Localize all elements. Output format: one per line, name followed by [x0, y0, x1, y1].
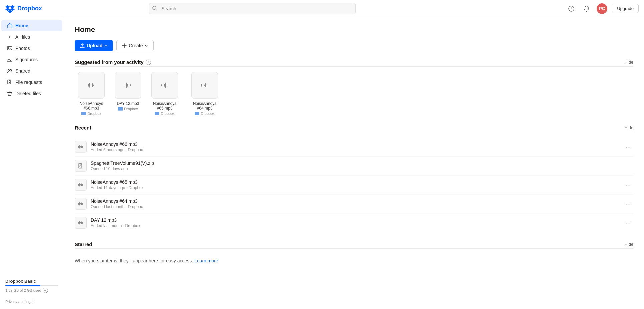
recent-hide-button[interactable]: Hide: [624, 125, 633, 130]
avatar[interactable]: PC: [597, 3, 607, 14]
starred-title: Starred: [75, 241, 92, 247]
svg-rect-20: [161, 84, 162, 86]
audio-wave-icon-1: [123, 81, 133, 90]
bell-icon[interactable]: [581, 3, 592, 14]
sidebar-item-deleted-files[interactable]: Deleted files: [1, 88, 62, 99]
svg-rect-50: [80, 222, 81, 223]
sidebar-file-requests-label: File requests: [15, 80, 42, 85]
suggested-card-1[interactable]: DAY 12.mp3 Dropbox: [115, 72, 141, 116]
recent-meta-3: Opened last month · Dropbox: [91, 204, 619, 209]
suggested-hide-button[interactable]: Hide: [624, 60, 633, 65]
search-input[interactable]: [149, 3, 356, 14]
sidebar: Home All files Photos Signatures Shared: [0, 17, 64, 309]
notifications-icon[interactable]: !: [566, 3, 577, 14]
storage-bar-bg: [5, 285, 58, 286]
suggested-loc-text-2: Dropbox: [161, 112, 175, 116]
suggested-card-2[interactable]: NoiseAnnoys #65.mp3 Dropbox: [148, 72, 181, 116]
suggested-thumb-1: [115, 72, 141, 99]
toolbar: Upload Create: [75, 40, 633, 51]
suggested-card-3[interactable]: NoiseAnnoys #64.mp3 Dropbox: [188, 72, 221, 116]
suggested-grid: NoiseAnnoys #66.mp3 Dropbox: [75, 72, 633, 116]
suggested-loc-2: Dropbox: [155, 112, 175, 116]
audio-wave-icon-0: [87, 81, 96, 90]
svg-rect-32: [80, 146, 81, 148]
sidebar-item-shared[interactable]: Shared: [1, 65, 62, 77]
privacy-link[interactable]: Privacy and legal: [0, 297, 64, 306]
svg-rect-15: [125, 84, 125, 87]
storage-used-text: 1.32 GB of 2 GB used: [5, 288, 41, 292]
svg-rect-24: [167, 84, 167, 87]
svg-rect-14: [93, 85, 94, 86]
svg-rect-49: [79, 221, 80, 224]
recent-item-4[interactable]: DAY 12.mp3 Added last month · Dropbox ··…: [75, 213, 633, 232]
svg-rect-22: [164, 84, 165, 87]
svg-rect-45: [80, 203, 81, 204]
starred-empty-message: When you star items, they'll appear here…: [75, 254, 633, 267]
recent-item-0[interactable]: NoiseAnnoys #66.mp3 Added 5 hours ago · …: [75, 138, 633, 156]
deleted-files-icon: [7, 91, 13, 97]
suggested-loc-text-3: Dropbox: [201, 112, 215, 116]
recent-icon-0: [75, 141, 87, 153]
recent-more-button-3[interactable]: ···: [623, 199, 633, 208]
svg-rect-37: [80, 165, 81, 167]
recent-name-3: NoiseAnnoys #64.mp3: [91, 198, 619, 204]
add-storage-button[interactable]: +: [43, 288, 48, 293]
upgrade-button[interactable]: Upgrade: [612, 4, 639, 13]
svg-rect-47: [82, 203, 83, 205]
app-logo[interactable]: Dropbox: [5, 4, 42, 13]
sidebar-deleted-files-label: Deleted files: [15, 91, 41, 96]
svg-rect-52: [82, 222, 83, 224]
sidebar-photos-label: Photos: [15, 46, 30, 51]
storage-bar-fill: [5, 285, 40, 286]
sidebar-item-all-files[interactable]: All files: [1, 31, 62, 43]
starred-hide-button[interactable]: Hide: [624, 242, 633, 247]
starred-learn-more-link[interactable]: Learn more: [194, 258, 218, 263]
suggested-thumb-2: [151, 72, 178, 99]
starred-section: Starred Hide When you star items, they'l…: [75, 241, 633, 267]
storage-info: 1.32 GB of 2 GB used +: [5, 288, 58, 293]
recent-item-3[interactable]: NoiseAnnoys #64.mp3 Opened last month · …: [75, 194, 633, 213]
svg-rect-33: [81, 146, 82, 148]
home-icon: [7, 23, 13, 29]
recent-name-4: DAY 12.mp3: [91, 217, 619, 223]
svg-rect-38: [78, 184, 79, 186]
audio-icon-2: [78, 182, 83, 187]
create-button[interactable]: Create: [116, 40, 154, 51]
upload-chevron-icon: [104, 44, 108, 47]
recent-icon-1: [75, 160, 87, 172]
recent-more-button-2[interactable]: ···: [623, 180, 633, 189]
recent-meta-2: Added 11 days ago · Dropbox: [91, 185, 619, 190]
svg-rect-41: [81, 183, 82, 186]
topbar: Dropbox ! PC Upgrade: [0, 0, 644, 17]
suggested-loc-text-1: Dropbox: [124, 107, 138, 111]
sidebar-bottom: Dropbox Basic 1.32 GB of 2 GB used +: [0, 275, 64, 297]
upload-button[interactable]: Upload: [75, 40, 113, 51]
recent-meta-4: Added last month · Dropbox: [91, 223, 619, 228]
suggested-card-0[interactable]: NoiseAnnoys #66.mp3 Dropbox: [75, 72, 108, 116]
recent-info-3: NoiseAnnoys #64.mp3 Opened last month · …: [91, 198, 619, 209]
recent-more-button-4[interactable]: ···: [623, 218, 633, 227]
svg-rect-19: [130, 84, 131, 86]
sidebar-item-photos[interactable]: Photos: [1, 43, 62, 54]
recent-title-text: Recent: [75, 125, 91, 131]
svg-rect-39: [79, 183, 80, 186]
svg-point-7: [8, 70, 10, 71]
folder-icon-1: [118, 107, 123, 111]
recent-info-1: SpaghettiTreeVolume91(V).zip Opened 10 d…: [91, 160, 633, 171]
sidebar-item-file-requests[interactable]: File requests: [1, 77, 62, 88]
app-name: Dropbox: [17, 5, 42, 12]
svg-text:!: !: [571, 7, 572, 11]
sidebar-item-home[interactable]: Home: [1, 20, 62, 31]
file-requests-icon: [7, 79, 13, 85]
suggested-title-text: Suggested from your activity: [75, 59, 144, 65]
svg-rect-40: [80, 184, 81, 185]
sidebar-item-signatures[interactable]: Signatures: [1, 54, 62, 65]
shared-icon: [7, 68, 13, 74]
svg-rect-30: [78, 146, 79, 148]
recent-item-2[interactable]: NoiseAnnoys #65.mp3 Added 11 days ago · …: [75, 175, 633, 194]
recent-name-2: NoiseAnnoys #65.mp3: [91, 179, 619, 185]
info-icon[interactable]: i: [146, 60, 151, 65]
recent-more-button-0[interactable]: ···: [623, 143, 633, 151]
sidebar-all-files-label: All files: [15, 34, 30, 40]
recent-item-1[interactable]: SpaghettiTreeVolume91(V).zip Opened 10 d…: [75, 156, 633, 175]
